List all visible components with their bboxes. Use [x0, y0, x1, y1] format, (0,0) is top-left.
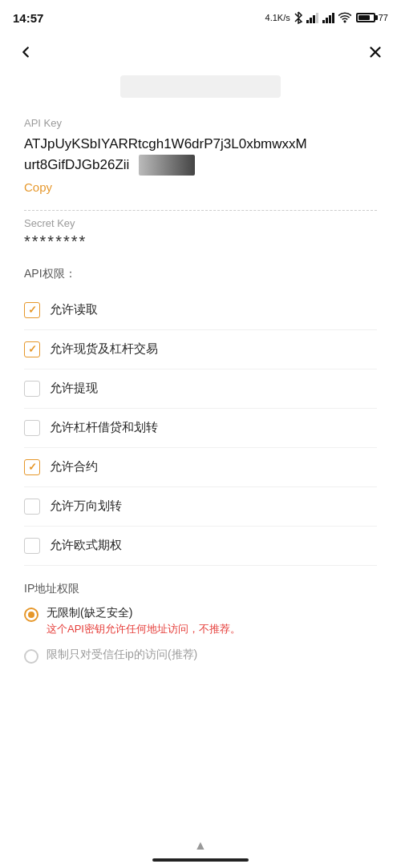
permission-text: 允许现货及杠杆交易	[50, 341, 158, 357]
permissions-label: API权限：	[24, 267, 377, 281]
home-bar	[152, 858, 249, 862]
ip-restriction-label: IP地址权限	[24, 582, 377, 596]
svg-rect-5	[326, 18, 328, 23]
api-key-line1: ATJpUyKSbIYARRtcgh1W6drP7j3L0xbmwxxM	[24, 134, 377, 155]
nav-bar	[0, 32, 401, 72]
copy-button[interactable]: Copy	[24, 180, 52, 194]
permission-item[interactable]: 允许万向划转	[24, 487, 377, 527]
ip-option-title: 无限制(缺乏安全)	[47, 606, 241, 620]
ip-radio-button[interactable]	[24, 608, 38, 622]
top-image	[120, 75, 281, 98]
permissions-section: API权限： 允许读取允许现货及杠杆交易允许提现允许杠杆借贷和划转允许合约允许万…	[24, 267, 377, 566]
ip-option-content: 无限制(缺乏安全)这个API密钥允许任何地址访问，不推荐。	[47, 606, 241, 636]
svg-rect-6	[329, 15, 331, 23]
permission-checkbox[interactable]	[24, 538, 40, 554]
permission-item[interactable]: 允许合约	[24, 448, 377, 487]
permission-checkbox[interactable]	[24, 499, 40, 515]
battery-level: 77	[379, 13, 388, 22]
divider	[24, 210, 377, 211]
signal2-icon	[322, 12, 335, 23]
svg-rect-1	[310, 18, 312, 23]
ip-option-item[interactable]: 无限制(缺乏安全)这个API密钥允许任何地址访问，不推荐。	[24, 606, 377, 636]
ip-option-warning: 这个API密钥允许任何地址访问，不推荐。	[47, 622, 241, 636]
ip-option-item[interactable]: 限制只对受信任ip的访问(推荐)	[24, 648, 377, 664]
permission-text: 允许杠杆借贷和划转	[50, 420, 158, 435]
permissions-list: 允许读取允许现货及杠杆交易允许提现允许杠杆借贷和划转允许合约允许万向划转允许欧式…	[24, 291, 377, 566]
ip-option-content: 限制只对受信任ip的访问(推荐)	[47, 648, 197, 662]
main-content: API Key ATJpUyKSbIYARRtcgh1W6drP7j3L0xbm…	[0, 117, 401, 723]
ip-radio-button[interactable]	[24, 649, 38, 664]
secret-key-label: Secret Key	[24, 217, 377, 229]
permission-item[interactable]: 允许欧式期权	[24, 527, 377, 566]
permission-text: 允许万向划转	[50, 499, 122, 514]
status-bar: 14:57 4.1K/s 7	[0, 0, 401, 32]
permission-text: 允许读取	[50, 302, 98, 317]
top-image-area	[0, 72, 401, 104]
secret-key-value: ********	[24, 232, 377, 251]
api-key-line2: urt8GifDJGb26Zii	[24, 157, 129, 173]
svg-rect-7	[332, 13, 334, 23]
wifi-icon	[338, 12, 351, 23]
permission-checkbox[interactable]	[24, 381, 40, 397]
bluetooth-icon	[294, 11, 303, 24]
permission-text: 允许欧式期权	[50, 538, 122, 553]
network-speed: 4.1K/s	[265, 13, 290, 22]
svg-rect-2	[313, 15, 315, 23]
svg-rect-3	[316, 13, 318, 23]
permission-item[interactable]: 允许杠杆借贷和划转	[24, 409, 377, 448]
api-key-blur	[139, 155, 195, 176]
svg-rect-4	[322, 20, 325, 23]
svg-rect-0	[306, 20, 309, 23]
battery-icon	[356, 13, 375, 22]
api-key-label: API Key	[24, 117, 377, 129]
permission-checkbox[interactable]	[24, 341, 40, 357]
api-key-section: API Key ATJpUyKSbIYARRtcgh1W6drP7j3L0xbm…	[24, 117, 377, 207]
signal1-icon	[306, 12, 319, 23]
permission-checkbox[interactable]	[24, 302, 40, 318]
api-key-row2: urt8GifDJGb26Zii	[24, 155, 377, 176]
permission-item[interactable]: 允许读取	[24, 291, 377, 330]
bottom-area: ▲	[0, 838, 401, 868]
secret-key-section: Secret Key ********	[24, 210, 377, 251]
permission-item[interactable]: 允许现货及杠杆交易	[24, 330, 377, 369]
status-time: 14:57	[13, 11, 43, 25]
permission-text: 允许提现	[50, 381, 98, 396]
scroll-up-arrow[interactable]: ▲	[184, 838, 217, 854]
close-button[interactable]	[363, 39, 388, 65]
permission-checkbox[interactable]	[24, 420, 40, 436]
ip-option-title: 限制只对受信任ip的访问(推荐)	[47, 648, 197, 662]
permission-item[interactable]: 允许提现	[24, 369, 377, 409]
back-button[interactable]	[13, 39, 38, 65]
ip-options-list: 无限制(缺乏安全)这个API密钥允许任何地址访问，不推荐。限制只对受信任ip的访…	[24, 606, 377, 664]
ip-restriction-section: IP地址权限 无限制(缺乏安全)这个API密钥允许任何地址访问，不推荐。限制只对…	[24, 582, 377, 664]
status-icons: 4.1K/s 77	[265, 11, 388, 24]
permission-checkbox[interactable]	[24, 459, 40, 475]
permission-text: 允许合约	[50, 459, 98, 474]
